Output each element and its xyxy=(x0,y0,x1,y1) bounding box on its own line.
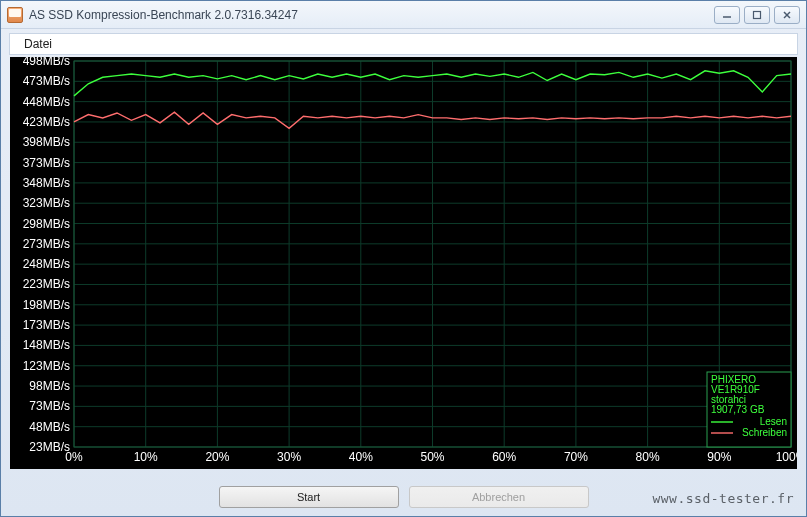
titlebar: AS SSD Kompression-Benchmark 2.0.7316.34… xyxy=(1,1,806,29)
legend-capacity: 1907,73 GB xyxy=(711,404,765,415)
y-tick-label: 448MB/s xyxy=(23,95,70,109)
y-tick-label: 373MB/s xyxy=(23,156,70,170)
y-tick-label: 48MB/s xyxy=(29,420,70,434)
x-tick-label: 0% xyxy=(65,450,83,464)
maximize-button[interactable] xyxy=(744,6,770,24)
minimize-button[interactable] xyxy=(714,6,740,24)
x-tick-label: 90% xyxy=(707,450,731,464)
svg-rect-1 xyxy=(754,11,761,18)
y-tick-label: 23MB/s xyxy=(29,440,70,454)
y-tick-label: 98MB/s xyxy=(29,379,70,393)
legend-box: PHIXEROVE1R910Fstorahci1907,73 GBLesenSc… xyxy=(707,372,791,447)
x-tick-label: 40% xyxy=(349,450,373,464)
x-tick-label: 80% xyxy=(636,450,660,464)
app-icon xyxy=(7,7,23,23)
close-button[interactable] xyxy=(774,6,800,24)
x-tick-label: 10% xyxy=(134,450,158,464)
chart-area: 23MB/s48MB/s73MB/s98MB/s123MB/s148MB/s17… xyxy=(10,57,797,469)
menubar: Datei xyxy=(9,33,798,55)
y-tick-label: 248MB/s xyxy=(23,257,70,271)
y-tick-label: 148MB/s xyxy=(23,338,70,352)
x-tick-label: 60% xyxy=(492,450,516,464)
y-tick-label: 298MB/s xyxy=(23,217,70,231)
y-tick-label: 348MB/s xyxy=(23,176,70,190)
button-row: Start Abbrechen xyxy=(1,486,806,508)
window-controls xyxy=(714,6,800,24)
y-tick-label: 423MB/s xyxy=(23,115,70,129)
x-tick-label: 70% xyxy=(564,450,588,464)
legend-read: Lesen xyxy=(760,416,787,427)
abort-button: Abbrechen xyxy=(409,486,589,508)
window-title: AS SSD Kompression-Benchmark 2.0.7316.34… xyxy=(29,8,714,22)
y-tick-label: 73MB/s xyxy=(29,399,70,413)
benchmark-chart: 23MB/s48MB/s73MB/s98MB/s123MB/s148MB/s17… xyxy=(10,57,797,469)
legend-write: Schreiben xyxy=(742,427,787,438)
y-tick-label: 123MB/s xyxy=(23,359,70,373)
y-tick-label: 273MB/s xyxy=(23,237,70,251)
y-tick-label: 398MB/s xyxy=(23,135,70,149)
start-button[interactable]: Start xyxy=(219,486,399,508)
app-window: AS SSD Kompression-Benchmark 2.0.7316.34… xyxy=(0,0,807,517)
y-tick-label: 498MB/s xyxy=(23,57,70,68)
x-tick-label: 20% xyxy=(205,450,229,464)
x-tick-label: 100% xyxy=(776,450,797,464)
y-tick-label: 473MB/s xyxy=(23,74,70,88)
y-tick-label: 173MB/s xyxy=(23,318,70,332)
menu-file[interactable]: Datei xyxy=(16,35,60,53)
y-tick-label: 323MB/s xyxy=(23,196,70,210)
y-tick-label: 198MB/s xyxy=(23,298,70,312)
x-tick-label: 50% xyxy=(420,450,444,464)
y-tick-label: 223MB/s xyxy=(23,277,70,291)
x-tick-label: 30% xyxy=(277,450,301,464)
